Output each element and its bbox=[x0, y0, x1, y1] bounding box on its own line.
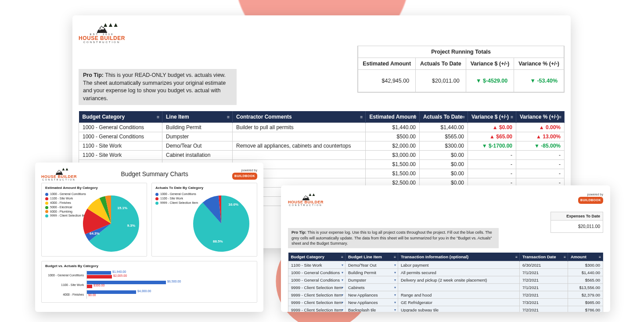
cell[interactable]: New Appliances▾ bbox=[345, 291, 398, 299]
cell[interactable]: 7/2/2021 bbox=[520, 306, 568, 312]
dropdown-icon[interactable]: ▾ bbox=[394, 308, 396, 312]
cell[interactable]: $565.00 bbox=[568, 276, 603, 284]
cell[interactable]: 1100 - Site Work bbox=[79, 151, 162, 160]
filter-icon[interactable]: ≡ bbox=[511, 115, 513, 119]
filter-icon[interactable]: ≡ bbox=[414, 115, 417, 119]
cell[interactable]: 7/2/2021 bbox=[520, 291, 568, 299]
filter-icon[interactable]: ≡ bbox=[360, 115, 363, 119]
cell[interactable] bbox=[398, 284, 520, 291]
cell[interactable]: Demo/Tear Out bbox=[162, 141, 233, 151]
cell[interactable]: Cabinets▾ bbox=[345, 284, 398, 291]
cell[interactable]: 1000 - General Conditions▾ bbox=[288, 269, 345, 276]
cell[interactable]: Building Permit bbox=[162, 123, 233, 132]
filter-icon[interactable]: ≡ bbox=[341, 255, 343, 259]
cell[interactable]: $0.00 bbox=[420, 169, 468, 178]
col-variance-[interactable]: Variance % (+/-)≡ bbox=[516, 111, 565, 123]
exp-col-budget-category[interactable]: Budget Category≡ bbox=[288, 253, 345, 261]
cell[interactable]: $500.00 bbox=[366, 132, 420, 141]
cell[interactable]: 1000 - General Conditions bbox=[79, 123, 162, 132]
filter-icon[interactable]: ≡ bbox=[157, 115, 159, 119]
exp-col-budget-line-item[interactable]: Budget Line Item≡ bbox=[345, 253, 398, 261]
col-actuals-to-date[interactable]: Actuals To Date≡ bbox=[420, 111, 468, 123]
cell[interactable]: 1000 - General Conditions▾ bbox=[288, 276, 345, 284]
dropdown-icon[interactable]: ▾ bbox=[394, 278, 396, 282]
cell[interactable]: - bbox=[516, 160, 565, 169]
cell[interactable]: Labor payment bbox=[398, 261, 520, 269]
col-variance-[interactable]: Variance $ (+/-)≡ bbox=[468, 111, 516, 123]
dropdown-icon[interactable]: ▾ bbox=[394, 286, 396, 289]
dropdown-icon[interactable]: ▾ bbox=[342, 300, 343, 304]
filter-icon[interactable]: ≡ bbox=[227, 115, 230, 119]
cell[interactable]: 7/1/2021 bbox=[520, 269, 568, 276]
cell[interactable]: $985.00 bbox=[568, 299, 603, 306]
dropdown-icon[interactable]: ▾ bbox=[342, 278, 343, 282]
cell[interactable]: 1000 - General Conditions bbox=[79, 132, 162, 141]
cell[interactable]: 6/30/2021 bbox=[520, 261, 568, 269]
exp-col-amount[interactable]: Amount≡ bbox=[568, 253, 603, 261]
cell[interactable]: 13.00% bbox=[516, 132, 565, 141]
cell[interactable]: New Appliances▾ bbox=[345, 299, 398, 306]
cell[interactable]: 9999 - Client Selection Item▾ bbox=[288, 299, 345, 306]
cell[interactable]: $0.00 bbox=[468, 123, 516, 132]
col-estimated-amount[interactable]: Estimated Amount≡ bbox=[366, 111, 420, 123]
cell[interactable]: 9999 - Client Selection Item▾ bbox=[288, 291, 345, 299]
cell[interactable]: $3,000.00 bbox=[366, 151, 420, 160]
cell[interactable]: 1100 - Site Work bbox=[79, 141, 162, 151]
cell[interactable]: 7/1/2021 bbox=[520, 284, 568, 291]
filter-icon[interactable]: ≡ bbox=[559, 115, 561, 119]
col-line-item[interactable]: Line Item≡ bbox=[162, 111, 233, 123]
cell[interactable]: - bbox=[468, 151, 516, 160]
cell[interactable]: GE Refridgerator bbox=[398, 299, 520, 306]
cell[interactable]: $1,500.00 bbox=[366, 169, 420, 178]
cell[interactable]: 9999 - Client Selection Item▾ bbox=[288, 284, 345, 291]
cell[interactable]: - bbox=[516, 151, 565, 160]
cell[interactable]: Demo/Tear Out▾ bbox=[345, 261, 398, 269]
cell[interactable]: 9999 - Client Selection Item▾ bbox=[288, 306, 345, 312]
cell[interactable]: Remove all appliances, cabinets and coun… bbox=[233, 141, 366, 151]
cell[interactable]: - bbox=[468, 160, 516, 169]
dropdown-icon[interactable]: ▾ bbox=[394, 271, 396, 275]
cell[interactable]: -85.00% bbox=[516, 141, 565, 151]
exp-col-transaction-information-optional-[interactable]: Transaction Information (optional)≡ bbox=[398, 253, 520, 261]
col-contractor-comments[interactable]: Contractor Comments≡ bbox=[233, 111, 366, 123]
filter-icon[interactable]: ≡ bbox=[599, 255, 601, 259]
cell[interactable]: Delivery and pickup (2 week onsite place… bbox=[398, 276, 520, 284]
cell[interactable]: All permits secured bbox=[398, 269, 520, 276]
col-budget-category[interactable]: Budget Category≡ bbox=[79, 111, 162, 123]
filter-icon[interactable]: ≡ bbox=[515, 255, 518, 259]
cell[interactable]: $300.00 bbox=[420, 141, 468, 151]
dropdown-icon[interactable]: ▾ bbox=[394, 263, 396, 267]
dropdown-icon[interactable]: ▾ bbox=[342, 263, 343, 267]
dropdown-icon[interactable]: ▾ bbox=[342, 286, 343, 289]
cell[interactable]: 1100 - Site Work▾ bbox=[288, 261, 345, 269]
cell[interactable]: 7/2/2021 bbox=[520, 276, 568, 284]
cell[interactable]: $300.00 bbox=[568, 261, 603, 269]
filter-icon[interactable]: ≡ bbox=[394, 255, 396, 259]
cell[interactable]: Backsplash tile▾ bbox=[345, 306, 398, 312]
cell[interactable]: $565.00 bbox=[420, 132, 468, 141]
cell[interactable] bbox=[233, 132, 366, 141]
cell[interactable]: $1,500.00 bbox=[366, 160, 420, 169]
cell[interactable]: $65.00 bbox=[468, 132, 516, 141]
exp-col-transaction-date[interactable]: Transaction Date≡ bbox=[520, 253, 568, 261]
cell[interactable]: $1,440.00 bbox=[366, 123, 420, 132]
cell[interactable]: 7/3/2021 bbox=[520, 299, 568, 306]
cell[interactable]: $0.00 bbox=[420, 160, 468, 169]
cell[interactable]: $2,379.00 bbox=[568, 291, 603, 299]
cell[interactable]: Dumpster bbox=[162, 132, 233, 141]
cell[interactable]: $786.00 bbox=[568, 306, 603, 312]
cell[interactable]: $-1700.00 bbox=[468, 141, 516, 151]
cell[interactable]: Range and hood bbox=[398, 291, 520, 299]
dropdown-icon[interactable]: ▾ bbox=[342, 271, 343, 275]
filter-icon[interactable]: ≡ bbox=[462, 115, 465, 119]
cell[interactable]: $2,000.00 bbox=[366, 141, 420, 151]
dropdown-icon[interactable]: ▾ bbox=[394, 293, 396, 297]
dropdown-icon[interactable]: ▾ bbox=[394, 300, 396, 304]
cell[interactable]: $13,556.00 bbox=[568, 284, 603, 291]
filter-icon[interactable]: ≡ bbox=[564, 255, 566, 259]
cell[interactable]: Dumpster▾ bbox=[345, 276, 398, 284]
cell[interactable]: $1,440.00 bbox=[568, 269, 603, 276]
dropdown-icon[interactable]: ▾ bbox=[342, 308, 343, 312]
dropdown-icon[interactable]: ▾ bbox=[342, 293, 343, 297]
cell[interactable]: $1,440.00 bbox=[420, 123, 468, 132]
